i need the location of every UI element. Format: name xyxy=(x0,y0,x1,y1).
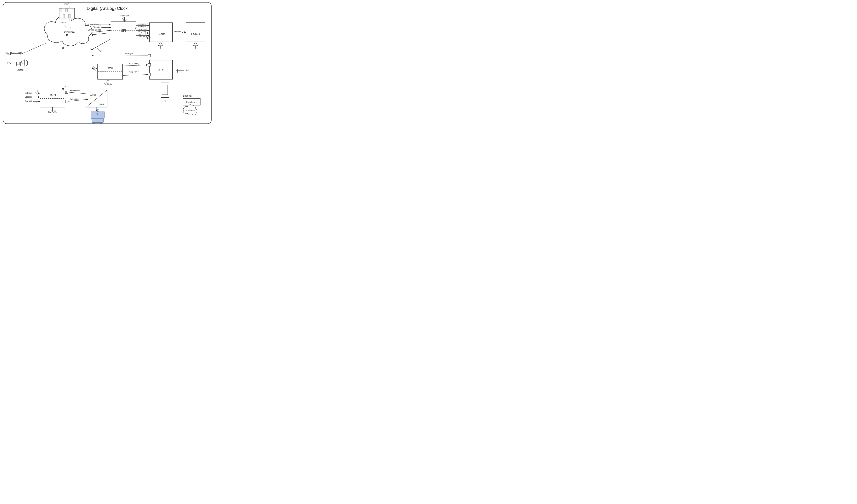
software-cloud-label: Software xyxy=(63,31,75,34)
software-cloud: Software xyxy=(44,16,92,46)
hc595-11-label: HC595 xyxy=(191,32,200,35)
sda-label: SDA (PB1) xyxy=(129,71,139,73)
paritybit-label: Paritybit xyxy=(25,100,32,102)
legend-hardware: Hardware xyxy=(186,101,197,104)
sw-range-label: 3 SW 0 xyxy=(59,21,66,23)
svg-line-124 xyxy=(35,92,38,95)
svg-rect-23 xyxy=(60,9,62,12)
svg-line-105 xyxy=(122,74,148,75)
uart-usb-block: UART USB xyxy=(86,90,107,107)
rtc-label: RTC xyxy=(158,69,164,72)
hc595-1-number: 1 xyxy=(161,29,162,31)
svg-marker-29 xyxy=(24,60,28,66)
uart-block: UART xyxy=(40,90,65,107)
external-io-label: External I/O xyxy=(11,52,22,54)
svg-rect-26 xyxy=(68,15,70,18)
ss-label: SS (PA4) xyxy=(138,31,146,33)
double-speed-label: Double Speed xyxy=(87,29,101,31)
phase-polarity-label: Phase/Polarity xyxy=(87,23,101,26)
svg-line-112 xyxy=(61,83,65,87)
svg-marker-94 xyxy=(92,55,94,56)
buzzer-label: Buzzer xyxy=(16,68,24,71)
mosi-label: MOSI (PA1) xyxy=(138,23,148,25)
battery-3v-label: 3V xyxy=(186,69,189,72)
svg-marker-48 xyxy=(158,42,163,46)
svg-rect-30 xyxy=(162,85,168,95)
prescaler-4: 4 xyxy=(126,19,127,21)
y1-crystal: Y1 xyxy=(161,82,169,102)
legend-title: Legend: xyxy=(183,94,192,97)
stopbits-label: Stopbits xyxy=(25,96,32,98)
txd-square xyxy=(65,100,68,103)
scl-label: SCL (PB0) xyxy=(129,63,139,65)
svg-line-103 xyxy=(122,65,148,66)
hc595-11-block: 11 HC595 xyxy=(186,22,205,42)
svg-rect-24 xyxy=(63,15,65,18)
pb4-label: PB4 xyxy=(7,62,12,65)
databits-3: 3 xyxy=(37,90,38,92)
y1-label: Y1 xyxy=(163,99,166,102)
rtc-block: RTC xyxy=(149,60,172,79)
bus-8-spi-cloud: 8 xyxy=(101,50,102,52)
pb5-label: PB5 xyxy=(4,52,9,54)
battery-3v: 3V xyxy=(176,69,188,73)
svg-rect-47 xyxy=(100,122,102,123)
bus-8-dip: 8 xyxy=(70,27,71,29)
diagram-container: Digital (Analog) Clock Software SPI 1 HC… xyxy=(3,2,212,124)
bus-8-twi: 8 xyxy=(93,66,94,68)
buzzer: Buzzer xyxy=(16,60,28,71)
svg-marker-86 xyxy=(108,27,111,28)
uart-usb-uart-label: UART xyxy=(89,93,96,96)
svg-rect-46 xyxy=(93,122,95,123)
twi-block: TWI xyxy=(98,64,122,79)
hc595-1-led-output xyxy=(158,42,163,49)
baudrate-8-twi: 8 xyxy=(110,83,111,85)
databits-label: Databits xyxy=(24,92,32,94)
hc595-1-label: HC595 xyxy=(156,32,165,35)
svg-rect-45 xyxy=(92,119,103,122)
svg-line-113 xyxy=(68,92,86,94)
sda-square xyxy=(148,73,151,76)
twi-label: TWI xyxy=(107,67,113,70)
svg-line-90 xyxy=(92,39,111,50)
svg-rect-25 xyxy=(66,9,67,12)
svg-marker-66 xyxy=(92,34,94,36)
pb4-square xyxy=(16,62,19,65)
svg-line-61 xyxy=(22,43,47,53)
mfp-square xyxy=(148,54,151,57)
uart-label: UART xyxy=(49,94,56,97)
hc595-1-block: 1 HC595 xyxy=(149,22,172,42)
svg-marker-72 xyxy=(147,30,149,31)
txd-label: TxD (PB2) xyxy=(70,98,79,100)
svg-marker-111 xyxy=(62,47,64,49)
usb-connector xyxy=(91,110,104,123)
miso-label: MISO (PA2) xyxy=(138,26,148,28)
svg-line-92 xyxy=(97,48,101,52)
rxd-label: RxD (PB3) xyxy=(69,89,79,91)
output-label: OUTPUT (PA6) xyxy=(138,36,151,38)
svg-marker-51 xyxy=(193,42,198,46)
svg-marker-28 xyxy=(20,60,24,64)
scl-square xyxy=(148,64,151,66)
mfp-label: MFP (PA7) xyxy=(125,52,135,55)
svg-marker-97 xyxy=(96,68,98,70)
uart-usb-usb-label: USB xyxy=(99,103,104,106)
diagram-svg: Software SPI 1 HC595 11 HC595 TWI xyxy=(3,2,211,123)
prescaler-label: Prescaler xyxy=(120,15,129,17)
clear-label: CLEAR (PA5) xyxy=(138,33,149,35)
legend-software: Software xyxy=(186,109,195,112)
bus-8-cloud-uart: 8 xyxy=(65,85,66,87)
hc595-11-led-output xyxy=(193,42,198,49)
baudrate-12-uart: 12 xyxy=(54,110,56,113)
direction-label: Direction xyxy=(93,26,101,28)
pinc-label: PINC xyxy=(64,3,69,5)
sck-label: SCK (PA3) xyxy=(138,28,147,30)
paritybit-2: 2 xyxy=(37,98,38,100)
hc595-11-number: 11 xyxy=(194,29,197,31)
svg-marker-84 xyxy=(108,24,111,26)
legend: Legend: Hardware Software xyxy=(183,94,200,115)
spi-label: SPI xyxy=(121,29,126,32)
